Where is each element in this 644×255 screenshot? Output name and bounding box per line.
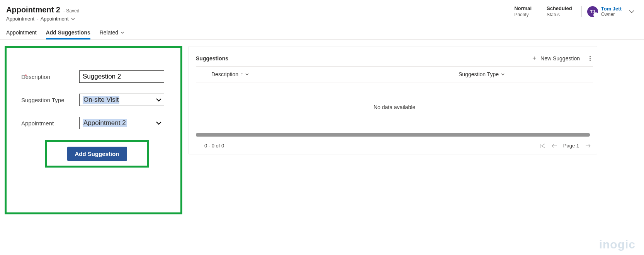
tab-bar: Appointment Add Suggestions Related [0, 22, 644, 40]
tab-appointment[interactable]: Appointment [6, 29, 37, 39]
status-value: Scheduled [547, 5, 572, 11]
pager-page-label: Page 1 [563, 143, 579, 149]
grid-count: 0 - 0 of 0 [204, 143, 224, 149]
status-label: Status [547, 12, 572, 17]
avatar: TJ [587, 6, 598, 17]
chevron-down-icon[interactable] [71, 18, 75, 20]
tab-related[interactable]: Related [100, 29, 124, 39]
appointment-value: Appointment 2 [83, 119, 127, 127]
column-header-description[interactable]: Description ↑ [211, 71, 459, 77]
tab-add-suggestions[interactable]: Add Suggestions [46, 29, 90, 39]
breadcrumb-entity: Appointment [6, 16, 34, 22]
expand-header-icon[interactable] [627, 8, 636, 15]
appointment-select[interactable]: Appointment 2 [79, 117, 164, 129]
new-suggestion-button[interactable]: ＋ New Suggestion [531, 54, 580, 62]
chevron-down-icon [121, 31, 124, 34]
suggestion-type-value: On-site Visit [83, 96, 119, 104]
watermark: inogic [599, 238, 636, 251]
header-owner[interactable]: TJ Tom Jett Owner [581, 6, 622, 17]
column-description-label: Description [211, 71, 238, 77]
pager: Page 1 [540, 143, 591, 149]
required-icon: * [25, 73, 27, 80]
pager-next-icon[interactable] [585, 144, 591, 148]
header-status[interactable]: Scheduled Status [541, 5, 576, 17]
new-suggestion-label: New Suggestion [540, 55, 580, 62]
suggestion-form-panel: * Description Suggestion Type On-site Vi… [5, 46, 182, 214]
chevron-down-icon[interactable] [245, 73, 249, 75]
suggestions-grid: Suggestions ＋ New Suggestion Description… [189, 46, 597, 154]
add-suggestion-button[interactable]: Add Suggestion [67, 147, 127, 161]
more-commands-icon[interactable] [587, 56, 593, 61]
suggestion-type-label: Suggestion Type [21, 97, 79, 103]
description-label: Description [21, 74, 79, 80]
breadcrumb-separator: · [37, 16, 38, 22]
breadcrumb-form[interactable]: Appointment [41, 16, 69, 22]
page-title: Appointment 2 [6, 5, 60, 14]
saved-indicator: - Saved [63, 8, 79, 14]
add-button-highlight: Add Suggestion [45, 140, 149, 168]
priority-label: Priority [514, 12, 532, 17]
owner-label: Owner [601, 12, 622, 17]
column-type-label: Suggestion Type [459, 71, 499, 77]
column-header-suggestion-type[interactable]: Suggestion Type [459, 71, 593, 77]
header-priority[interactable]: Normal Priority [510, 5, 535, 17]
appointment-label: Appointment [21, 120, 79, 127]
plus-icon: ＋ [531, 54, 537, 62]
horizontal-scrollbar[interactable] [196, 133, 590, 137]
tab-related-label: Related [100, 29, 118, 36]
suggestion-type-select[interactable]: On-site Visit [79, 94, 164, 106]
description-input[interactable] [79, 70, 164, 83]
grid-title: Suggestions [196, 55, 228, 62]
pager-prev-icon[interactable] [552, 144, 557, 148]
owner-name[interactable]: Tom Jett [601, 6, 622, 12]
breadcrumb: Appointment · Appointment [6, 16, 79, 22]
pager-first-icon[interactable] [540, 144, 545, 148]
priority-value: Normal [514, 5, 532, 11]
sort-ascending-icon: ↑ [241, 72, 243, 77]
grid-empty-text: No data available [374, 104, 415, 110]
chevron-down-icon[interactable] [501, 73, 505, 75]
